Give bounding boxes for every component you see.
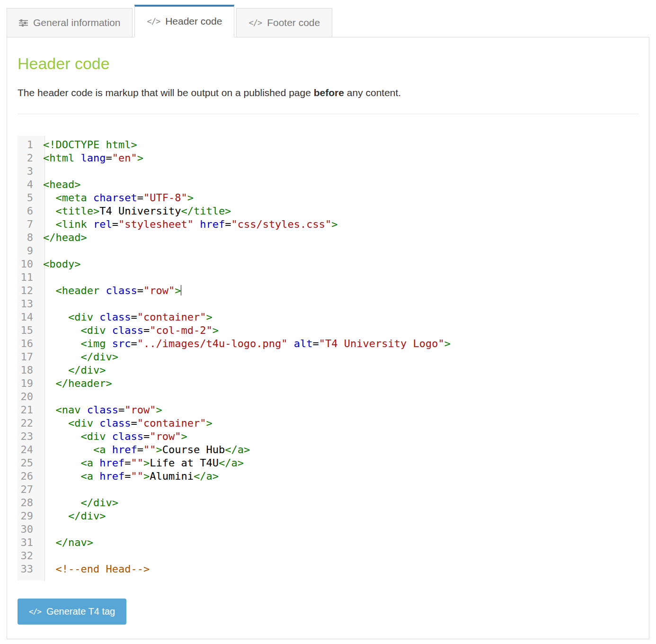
generate-t4-tag-button[interactable]: </> Generate T4 tag xyxy=(18,599,126,625)
panel-description: The header code is markup that will be o… xyxy=(18,87,638,98)
line-number: 31 xyxy=(18,536,39,549)
code-line-content[interactable]: <header class="row"> xyxy=(39,284,638,297)
code-line[interactable]: 8</head> xyxy=(18,231,638,244)
code-line-content[interactable] xyxy=(39,297,638,311)
code-line[interactable]: 32 xyxy=(18,549,638,563)
code-line[interactable]: 21 <nav class="row"> xyxy=(18,403,638,417)
code-line-content[interactable]: <a href="">Life at T4U</a> xyxy=(39,456,638,470)
code-line[interactable]: 4<head> xyxy=(18,178,638,191)
code-line[interactable]: 15 <div class="col-md-2"> xyxy=(18,324,638,337)
tab-bar: General information </> Header code </> … xyxy=(7,5,649,37)
code-line[interactable]: 26 <a href="">Alumini</a> xyxy=(18,470,638,483)
code-line-content[interactable]: <div class="col-md-2"> xyxy=(39,324,638,337)
code-line-content[interactable]: </nav> xyxy=(39,536,638,549)
code-line-content[interactable]: <!DOCTYPE html> xyxy=(39,138,638,152)
line-number: 14 xyxy=(18,311,39,324)
line-number: 4 xyxy=(18,178,39,191)
code-line-content[interactable]: </div> xyxy=(39,510,638,523)
line-number: 6 xyxy=(18,205,39,218)
code-line-content[interactable]: <nav class="row"> xyxy=(39,403,638,417)
code-line-content[interactable]: </div> xyxy=(39,350,638,364)
line-number: 10 xyxy=(18,258,39,271)
header-code-panel: Header code The header code is markup th… xyxy=(7,37,649,639)
code-line-content[interactable]: <html lang="en"> xyxy=(39,152,638,165)
code-line[interactable]: 2<html lang="en"> xyxy=(18,152,638,165)
code-icon: </> xyxy=(29,607,41,616)
code-line-content[interactable]: <body> xyxy=(39,258,638,271)
code-line[interactable]: 18 </div> xyxy=(18,364,638,377)
code-line[interactable]: 27 xyxy=(18,483,638,496)
line-number: 24 xyxy=(18,443,39,456)
code-line[interactable]: 30 xyxy=(18,523,638,536)
code-line-content[interactable] xyxy=(39,165,638,178)
code-line[interactable]: 31 </nav> xyxy=(18,536,638,549)
code-line[interactable]: 23 <div class="row"> xyxy=(18,430,638,443)
tab-footer-code[interactable]: </> Footer code xyxy=(236,8,332,37)
code-line-content[interactable]: <a href="">Alumini</a> xyxy=(39,470,638,483)
code-line-content[interactable] xyxy=(39,390,638,403)
code-line-content[interactable]: </div> xyxy=(39,496,638,510)
code-line[interactable]: 33 <!--end Head--> xyxy=(18,563,638,576)
code-line[interactable]: 14 <div class="container"> xyxy=(18,311,638,324)
line-number: 2 xyxy=(18,152,39,165)
code-line-content[interactable]: <title>T4 University</title> xyxy=(39,205,638,218)
line-number: 33 xyxy=(18,563,39,576)
code-line-content[interactable] xyxy=(39,244,638,258)
code-line[interactable]: 5 <meta charset="UTF-8"> xyxy=(18,191,638,205)
code-line-content[interactable] xyxy=(39,483,638,496)
code-line[interactable]: 17 </div> xyxy=(18,350,638,364)
code-line[interactable]: 25 <a href="">Life at T4U</a> xyxy=(18,456,638,470)
line-number: 3 xyxy=(18,165,39,178)
code-line-content[interactable]: <!--end Head--> xyxy=(39,563,638,576)
code-line[interactable]: 24 <a href="">Course Hub</a> xyxy=(18,443,638,456)
code-line[interactable]: 3 xyxy=(18,165,638,178)
line-number: 32 xyxy=(18,549,39,563)
line-number: 11 xyxy=(18,271,39,284)
code-line-content[interactable]: <link rel="stylesheet" href="css/styles.… xyxy=(39,218,638,231)
line-number: 22 xyxy=(18,417,39,430)
code-line[interactable]: 1<!DOCTYPE html> xyxy=(18,138,638,152)
code-line[interactable]: 12 <header class="row"> xyxy=(18,284,638,297)
code-line[interactable]: 6 <title>T4 University</title> xyxy=(18,205,638,218)
line-number: 29 xyxy=(18,510,39,523)
line-number: 23 xyxy=(18,430,39,443)
code-line[interactable]: 11 xyxy=(18,271,638,284)
code-line-content[interactable] xyxy=(39,523,638,536)
line-number: 16 xyxy=(18,337,39,350)
code-line[interactable]: 20 xyxy=(18,390,638,403)
line-number: 21 xyxy=(18,403,39,417)
code-line-content[interactable]: <img src="../images/t4u-logo.png" alt="T… xyxy=(39,337,638,350)
tab-label: Header code xyxy=(165,16,222,27)
code-line-content[interactable]: <div class="container"> xyxy=(39,417,638,430)
tab-general-information[interactable]: General information xyxy=(7,8,133,37)
code-line-content[interactable]: <div class="container"> xyxy=(39,311,638,324)
code-line-content[interactable]: <meta charset="UTF-8"> xyxy=(39,191,638,205)
line-number: 5 xyxy=(18,191,39,205)
code-line-content[interactable]: </div> xyxy=(39,364,638,377)
code-line[interactable]: 13 xyxy=(18,297,638,311)
code-line-content[interactable]: <a href="">Course Hub</a> xyxy=(39,443,638,456)
tab-header-code[interactable]: </> Header code xyxy=(134,5,234,37)
code-line-content[interactable]: </head> xyxy=(39,231,638,244)
line-number: 12 xyxy=(18,284,39,297)
code-line[interactable]: 9 xyxy=(18,244,638,258)
code-line[interactable]: 29 </div> xyxy=(18,510,638,523)
description-text: The header code is markup that will be o… xyxy=(18,87,314,98)
code-line[interactable]: 16 <img src="../images/t4u-logo.png" alt… xyxy=(18,337,638,350)
code-line-content[interactable]: <head> xyxy=(39,178,638,191)
code-line[interactable]: 22 <div class="container"> xyxy=(18,417,638,430)
line-number: 28 xyxy=(18,496,39,510)
line-number: 18 xyxy=(18,364,39,377)
code-editor[interactable]: 1<!DOCTYPE html>2<html lang="en">34<head… xyxy=(18,136,638,581)
code-line-content[interactable] xyxy=(39,549,638,563)
code-line-content[interactable]: <div class="row"> xyxy=(39,430,638,443)
code-icon: </> xyxy=(147,17,160,26)
code-line[interactable]: 7 <link rel="stylesheet" href="css/style… xyxy=(18,218,638,231)
code-line-content[interactable]: </header> xyxy=(39,377,638,390)
code-line[interactable]: 19 </header> xyxy=(18,377,638,390)
code-line[interactable]: 28 </div> xyxy=(18,496,638,510)
line-number: 9 xyxy=(18,244,39,258)
code-line[interactable]: 10<body> xyxy=(18,258,638,271)
code-line-content[interactable] xyxy=(39,271,638,284)
line-number: 13 xyxy=(18,297,39,311)
